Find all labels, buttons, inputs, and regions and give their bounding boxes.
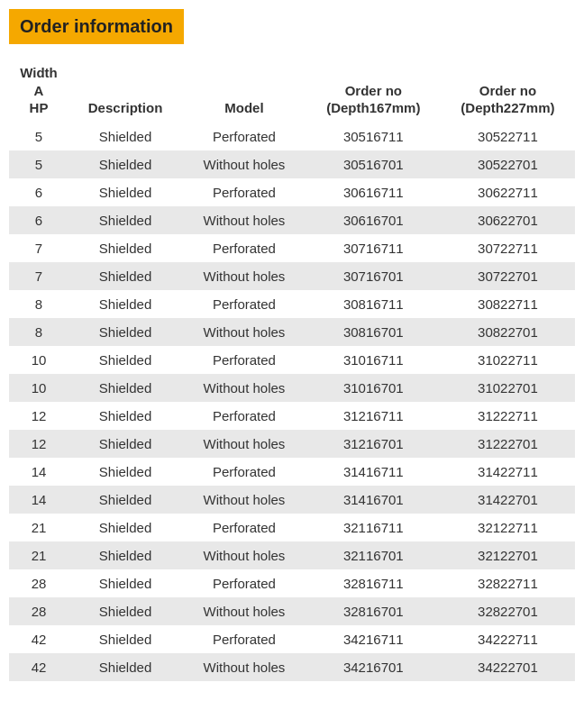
cell-order1: 32116711 (306, 514, 441, 541)
cell-order2: 34222711 (441, 625, 575, 653)
cell-description: Shielded (68, 234, 182, 262)
cell-order2: 31222701 (441, 430, 575, 458)
cell-order1: 31416711 (306, 458, 441, 486)
cell-model: Without holes (182, 374, 306, 402)
cell-order2: 30822701 (441, 318, 575, 346)
cell-model: Perforated (182, 402, 306, 430)
header-width: WidthAHP (9, 59, 68, 123)
cell-order2: 30722711 (441, 234, 575, 262)
header-description: Description (68, 59, 182, 123)
table-row: 42ShieldedWithout holes3421670134222701 (9, 653, 575, 681)
title-bar: Order information (9, 9, 184, 44)
cell-width: 8 (9, 290, 68, 318)
table-header-row: WidthAHP Description Model Order no(Dept… (9, 59, 575, 123)
cell-order2: 31022701 (441, 374, 575, 402)
header-order1: Order no(Depth167mm) (306, 59, 441, 123)
cell-model: Without holes (182, 653, 306, 681)
cell-order2: 31422701 (441, 486, 575, 514)
cell-description: Shielded (68, 290, 182, 318)
cell-order2: 30622711 (441, 178, 575, 206)
cell-width: 5 (9, 150, 68, 178)
cell-model: Without holes (182, 318, 306, 346)
cell-model: Without holes (182, 486, 306, 514)
cell-order1: 30716711 (306, 234, 441, 262)
cell-model: Without holes (182, 150, 306, 178)
table-row: 8ShieldedPerforated3081671130822711 (9, 290, 575, 318)
cell-width: 21 (9, 514, 68, 541)
table-row: 8ShieldedWithout holes3081670130822701 (9, 318, 575, 346)
cell-order1: 30516711 (306, 123, 441, 150)
cell-width: 8 (9, 318, 68, 346)
table-row: 6ShieldedPerforated3061671130622711 (9, 178, 575, 206)
cell-model: Perforated (182, 346, 306, 374)
cell-order1: 34216701 (306, 653, 441, 681)
cell-width: 12 (9, 430, 68, 458)
cell-description: Shielded (68, 346, 182, 374)
cell-width: 10 (9, 346, 68, 374)
cell-model: Perforated (182, 569, 306, 597)
cell-model: Perforated (182, 178, 306, 206)
cell-width: 12 (9, 402, 68, 430)
cell-order1: 30816701 (306, 318, 441, 346)
cell-width: 10 (9, 374, 68, 402)
cell-order1: 30516701 (306, 150, 441, 178)
cell-order1: 31216701 (306, 430, 441, 458)
table-row: 10ShieldedWithout holes3101670131022701 (9, 374, 575, 402)
table-row: 14ShieldedPerforated3141671131422711 (9, 458, 575, 486)
cell-width: 14 (9, 486, 68, 514)
cell-order2: 32122711 (441, 514, 575, 541)
cell-width: 42 (9, 625, 68, 653)
cell-description: Shielded (68, 541, 182, 569)
cell-order2: 34222701 (441, 653, 575, 681)
cell-order2: 32122701 (441, 541, 575, 569)
cell-description: Shielded (68, 569, 182, 597)
cell-width: 7 (9, 234, 68, 262)
cell-order1: 30716701 (306, 262, 441, 290)
table-row: 7ShieldedWithout holes3071670130722701 (9, 262, 575, 290)
cell-description: Shielded (68, 374, 182, 402)
cell-model: Perforated (182, 123, 306, 150)
page-title: Order information (20, 16, 173, 36)
cell-order1: 32116701 (306, 541, 441, 569)
cell-order1: 30616711 (306, 178, 441, 206)
cell-order1: 31416701 (306, 486, 441, 514)
cell-width: 5 (9, 123, 68, 150)
cell-order1: 31216711 (306, 402, 441, 430)
table-row: 14ShieldedWithout holes3141670131422701 (9, 486, 575, 514)
cell-width: 6 (9, 206, 68, 234)
cell-width: 6 (9, 178, 68, 206)
cell-description: Shielded (68, 458, 182, 486)
cell-model: Without holes (182, 597, 306, 625)
cell-width: 28 (9, 569, 68, 597)
cell-description: Shielded (68, 625, 182, 653)
cell-model: Perforated (182, 514, 306, 541)
table-row: 12ShieldedPerforated3121671131222711 (9, 402, 575, 430)
cell-order1: 32816711 (306, 569, 441, 597)
table-row: 5ShieldedPerforated3051671130522711 (9, 123, 575, 150)
cell-order1: 31016701 (306, 374, 441, 402)
table-row: 5ShieldedWithout holes3051670130522701 (9, 150, 575, 178)
cell-description: Shielded (68, 206, 182, 234)
table-row: 10ShieldedPerforated3101671131022711 (9, 346, 575, 374)
cell-width: 7 (9, 262, 68, 290)
cell-model: Perforated (182, 458, 306, 486)
cell-order1: 34216711 (306, 625, 441, 653)
cell-order1: 31016711 (306, 346, 441, 374)
cell-model: Perforated (182, 625, 306, 653)
cell-model: Without holes (182, 430, 306, 458)
cell-order1: 30616701 (306, 206, 441, 234)
table-row: 21ShieldedPerforated3211671132122711 (9, 514, 575, 541)
cell-order1: 30816711 (306, 290, 441, 318)
cell-width: 28 (9, 597, 68, 625)
order-table: WidthAHP Description Model Order no(Dept… (9, 59, 575, 681)
cell-model: Without holes (182, 262, 306, 290)
table-row: 28ShieldedWithout holes3281670132822701 (9, 597, 575, 625)
cell-description: Shielded (68, 653, 182, 681)
cell-model: Perforated (182, 234, 306, 262)
cell-width: 14 (9, 458, 68, 486)
cell-model: Without holes (182, 206, 306, 234)
cell-order2: 30622701 (441, 206, 575, 234)
cell-model: Perforated (182, 290, 306, 318)
table-row: 6ShieldedWithout holes3061670130622701 (9, 206, 575, 234)
header-model: Model (182, 59, 306, 123)
